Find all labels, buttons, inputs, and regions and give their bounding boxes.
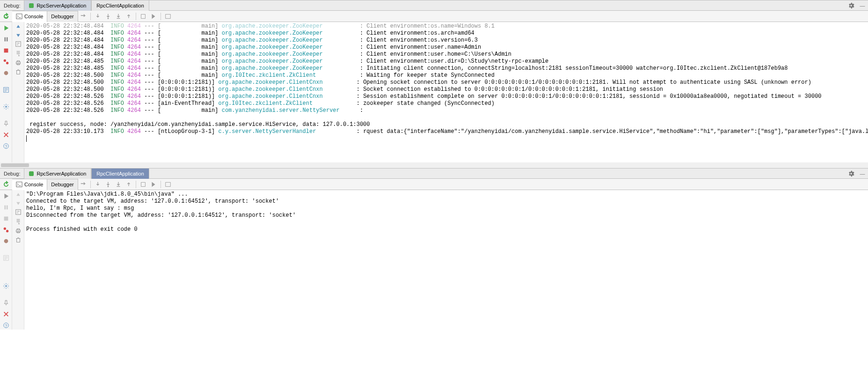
settings-icon[interactable] [847, 2, 855, 9]
svg-rect-34 [17, 229, 19, 230]
tab-rpc-client[interactable]: RpcClientApplication [91, 0, 149, 11]
pause-button[interactable] [2, 203, 10, 212]
step-into-button[interactable] [93, 11, 103, 22]
console-toolbar [78, 11, 173, 22]
step-into-my-button[interactable] [103, 11, 113, 22]
horizontal-scrollbar[interactable] [0, 162, 868, 168]
console-tab[interactable]: Console [12, 11, 47, 22]
stop-button[interactable] [2, 46, 10, 55]
tab-label: RpcServerApplication [36, 3, 86, 8]
step-out-button[interactable] [124, 11, 134, 22]
debug-label: Debug: [0, 3, 24, 8]
print-button[interactable] [15, 59, 22, 66]
down-stack-button[interactable] [15, 200, 21, 206]
console-tab-label: Console [24, 14, 43, 19]
tab-label: RpcClientApplication [96, 3, 144, 8]
clear-all-button[interactable] [15, 69, 22, 75]
rerun-icon [2, 181, 10, 188]
svg-rect-23 [6, 206, 7, 210]
console-output[interactable]: 2020-05-28 22:32:48.484 INFO 4264 --- [ … [24, 22, 868, 162]
debugger-tab-2[interactable]: Debugger [47, 179, 78, 190]
tab-rpc-client-2[interactable]: RpcClientApplication [91, 169, 149, 179]
svg-point-8 [6, 62, 8, 64]
svg-point-29 [5, 285, 7, 287]
scroll-end-button[interactable] [15, 50, 22, 57]
svg-text:?: ? [5, 144, 7, 149]
rerun-button[interactable] [0, 13, 12, 20]
tab-rpc-server[interactable]: RpcServerApplication [24, 0, 91, 11]
close-button[interactable] [2, 131, 10, 139]
drop-frame-button[interactable] [138, 11, 148, 22]
force-step-button[interactable] [113, 179, 124, 190]
svg-rect-21 [165, 182, 170, 186]
view-breakpoints-button[interactable] [2, 58, 10, 66]
view-breakpoints-button[interactable] [2, 226, 10, 234]
mute-breakpoints-button[interactable] [2, 69, 10, 77]
force-step-button[interactable] [113, 11, 124, 22]
run-status-icon [29, 3, 34, 8]
step-into-my-button[interactable] [103, 179, 113, 190]
left-gutter-2 [12, 22, 24, 162]
console-tab-label: Console [24, 182, 43, 187]
left-gutter-1: ? [0, 22, 12, 162]
get-thread-dump-button[interactable] [2, 86, 10, 94]
mute-breakpoints-button[interactable] [2, 237, 10, 245]
svg-point-7 [3, 59, 6, 62]
drop-frame-button[interactable] [138, 179, 148, 190]
down-stack-button[interactable] [15, 32, 21, 38]
svg-rect-3 [165, 14, 170, 18]
help-button[interactable]: ? [2, 321, 10, 330]
evaluate-button[interactable] [163, 179, 173, 190]
tab-label: RpcClientApplication [96, 171, 144, 176]
debugger-tab[interactable]: Debugger [47, 11, 78, 22]
tab-rpc-server-2[interactable]: RpcServerApplication [24, 169, 91, 179]
svg-rect-20 [141, 182, 145, 186]
svg-point-19 [107, 186, 109, 187]
soft-wrap-button[interactable] [15, 209, 22, 215]
resume-button[interactable] [2, 192, 10, 200]
console-icon [16, 181, 22, 188]
svg-rect-14 [15, 42, 21, 47]
svg-point-11 [5, 106, 7, 108]
pin-button[interactable] [2, 299, 10, 307]
print-button[interactable] [15, 228, 22, 234]
run-to-cursor-button[interactable] [148, 11, 159, 22]
step-into-button[interactable] [93, 179, 103, 190]
pause-button[interactable] [2, 35, 10, 44]
settings-button[interactable] [2, 103, 10, 111]
step-over-button[interactable] [78, 11, 88, 22]
pin-button[interactable] [2, 119, 10, 128]
stop-button[interactable] [2, 214, 10, 223]
debug-tabbar-2: Debug: RpcServerApplication RpcClientApp… [0, 169, 868, 179]
console-output-2[interactable]: "D:\Program Files\Java\jdk1.8.0_45\bin\j… [24, 190, 868, 321]
svg-rect-0 [16, 14, 22, 19]
rerun-button[interactable] [0, 181, 12, 188]
clear-all-button[interactable] [15, 237, 22, 243]
up-stack-button[interactable] [15, 24, 21, 29]
soft-wrap-button[interactable] [15, 41, 22, 47]
svg-point-25 [3, 228, 6, 230]
hide-icon[interactable]: — [859, 2, 866, 9]
up-stack-button[interactable] [15, 192, 21, 198]
step-over-button[interactable] [78, 179, 88, 190]
debug-tabbar: Debug: RpcServerApplication RpcClientApp… [0, 0, 868, 11]
run-to-cursor-button[interactable] [148, 179, 159, 190]
help-button[interactable]: ? [2, 142, 10, 150]
settings-icon[interactable] [847, 170, 855, 177]
scroll-end-button[interactable] [15, 218, 22, 225]
debug-label: Debug: [0, 171, 24, 176]
console-tab-2[interactable]: Console [12, 179, 47, 190]
evaluate-button[interactable] [163, 11, 173, 22]
settings-button[interactable] [2, 282, 10, 290]
get-thread-dump-button[interactable] [2, 254, 10, 262]
svg-rect-2 [141, 14, 145, 18]
close-button[interactable] [2, 310, 10, 318]
hide-icon[interactable]: — [859, 170, 866, 177]
debug-panel-server: Debug: RpcServerApplication RpcClientApp… [0, 0, 868, 168]
debug-subbar: Console Debugger [0, 11, 868, 22]
svg-point-9 [4, 71, 8, 75]
resume-button[interactable] [2, 24, 10, 32]
step-out-button[interactable] [124, 179, 134, 190]
left-gutter-1b: ? [0, 190, 12, 330]
svg-rect-16 [17, 61, 19, 62]
